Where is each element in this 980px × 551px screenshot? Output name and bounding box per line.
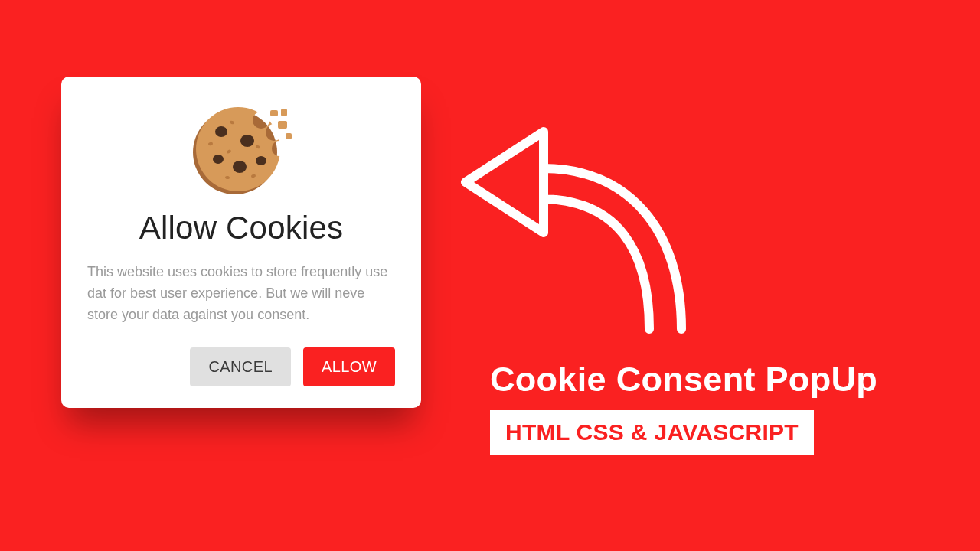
svg-point-6	[256, 156, 266, 165]
popup-title: Allow Cookies	[139, 210, 343, 246]
promo-heading: Cookie Consent PopUp	[490, 360, 877, 399]
curved-arrow-left-icon	[452, 99, 727, 344]
promo-block: Cookie Consent PopUp HTML CSS & JAVASCRI…	[490, 360, 877, 455]
cancel-button[interactable]: CANCEL	[190, 347, 291, 386]
svg-point-3	[240, 135, 254, 147]
svg-rect-14	[281, 109, 287, 116]
svg-rect-13	[270, 110, 278, 116]
allow-button[interactable]: ALLOW	[303, 347, 395, 386]
svg-point-5	[233, 161, 247, 173]
promo-tag: HTML CSS & JAVASCRIPT	[490, 410, 814, 455]
popup-body-text: This website uses cookies to store frequ…	[87, 262, 395, 326]
svg-rect-15	[278, 121, 287, 129]
svg-point-2	[215, 126, 227, 137]
cookie-icon	[188, 104, 295, 196]
popup-button-row: CANCEL ALLOW	[87, 347, 395, 386]
svg-point-1	[196, 107, 280, 191]
popup-content: Allow Cookies This website uses cookies …	[87, 101, 395, 386]
svg-rect-16	[286, 133, 292, 139]
cookie-consent-popup: Allow Cookies This website uses cookies …	[61, 77, 421, 408]
svg-point-4	[213, 155, 224, 164]
